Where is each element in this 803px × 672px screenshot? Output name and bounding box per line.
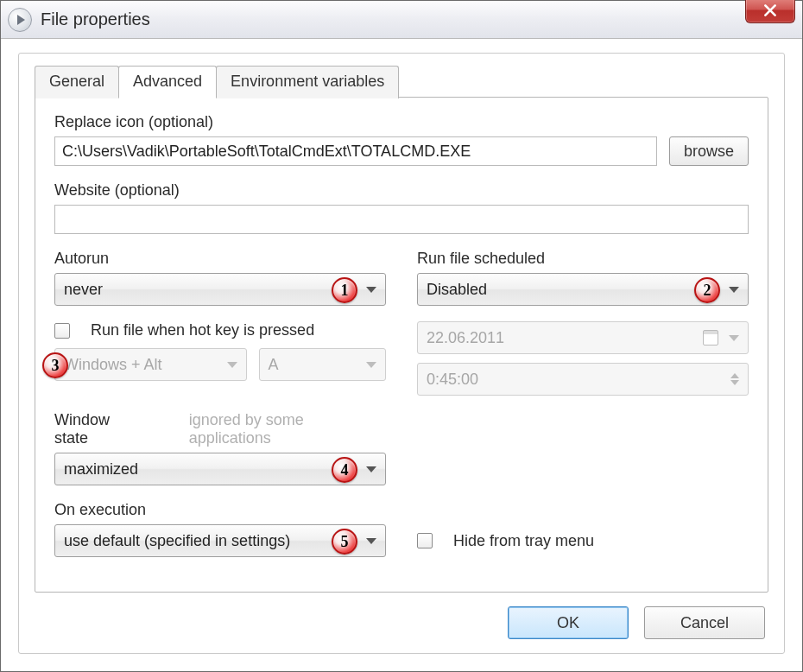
tab-environment-variables[interactable]: Environment variables: [216, 66, 399, 98]
onexecution-value: use default (specified in settings): [64, 532, 290, 550]
tab-bar: General Advanced Environment variables: [35, 66, 398, 98]
autorun-combo[interactable]: never 1: [54, 273, 386, 306]
ok-button[interactable]: OK: [508, 606, 629, 639]
badge-2: 2: [694, 277, 720, 303]
hidetray-label: Hide from tray menu: [453, 532, 594, 550]
replace-icon-input[interactable]: [54, 136, 657, 166]
website-section: Website (optional): [54, 181, 749, 234]
cancel-button[interactable]: Cancel: [644, 606, 765, 639]
scheduled-time-value: 0:45:00: [427, 371, 478, 389]
badge-3: 3: [42, 352, 68, 378]
close-icon: [762, 3, 778, 18]
tab-advanced[interactable]: Advanced: [118, 66, 217, 98]
autorun-value: never: [64, 281, 103, 299]
hidetray-col: Hide from tray menu: [417, 501, 749, 557]
onexecution-combo[interactable]: use default (specified in settings) 5: [54, 524, 386, 557]
onexecution-row: On execution use default (specified in s…: [54, 501, 749, 557]
hotkey-key-value: A: [269, 356, 279, 374]
datetime-col: 22.06.2011 0:45:00: [417, 321, 749, 396]
window-title: File properties: [41, 10, 150, 29]
replace-icon-label: Replace icon (optional): [54, 113, 749, 131]
chevron-down-icon: [729, 335, 739, 341]
tab-panel-advanced: Replace icon (optional) browse Website (…: [35, 97, 768, 593]
scheduled-date-value: 22.06.2011: [427, 329, 504, 347]
hotkey-key-combo: A: [259, 348, 386, 381]
autorun-scheduled-row: Autorun never 1 Run file scheduled Disab…: [54, 250, 749, 306]
windowstate-value: maximized: [64, 460, 138, 479]
windowstate-combo[interactable]: maximized 4: [54, 453, 386, 485]
windowstate-label: Window state: [54, 411, 146, 447]
website-input[interactable]: [54, 205, 749, 234]
windowstate-col: Window state ignored by some application…: [54, 411, 386, 485]
client-area: General Advanced Environment variables R…: [18, 53, 785, 654]
hotkey-label: Run file when hot key is pressed: [91, 321, 314, 339]
hotkey-col: Run file when hot key is pressed Windows…: [54, 321, 386, 396]
replace-icon-section: Replace icon (optional) browse: [54, 113, 749, 166]
empty-col: [417, 411, 749, 485]
scheduled-date-field: 22.06.2011: [417, 321, 749, 354]
window-frame: File properties General Advanced Environ…: [0, 0, 803, 672]
tab-general[interactable]: General: [35, 66, 119, 98]
hotkey-modifier-value: Windows + Alt: [64, 356, 162, 374]
scheduled-value: Disabled: [427, 281, 487, 299]
browse-button[interactable]: browse: [669, 136, 749, 166]
scheduled-label: Run file scheduled: [417, 250, 749, 268]
app-icon: [8, 8, 32, 32]
chevron-down-icon: [366, 287, 376, 293]
autorun-col: Autorun never 1: [54, 250, 386, 306]
autorun-label: Autorun: [54, 250, 386, 268]
scheduled-time-field: 0:45:00: [417, 363, 749, 396]
chevron-down-icon: [366, 362, 376, 368]
titlebar: File properties: [1, 1, 802, 39]
spinner-icon: [730, 373, 739, 385]
chevron-down-icon: [729, 287, 739, 293]
chevron-down-icon: [366, 466, 376, 472]
dialog-buttons: OK Cancel: [508, 606, 765, 639]
chevron-down-icon: [227, 362, 237, 368]
badge-1: 1: [332, 277, 357, 303]
website-label: Website (optional): [54, 181, 749, 200]
hidetray-checkbox[interactable]: [417, 533, 433, 548]
chevron-down-icon: [366, 538, 376, 544]
close-button[interactable]: [745, 0, 795, 23]
badge-5: 5: [332, 529, 357, 555]
scheduled-combo[interactable]: Disabled 2: [417, 273, 749, 306]
hotkey-checkbox[interactable]: [54, 323, 70, 339]
onexecution-col: On execution use default (specified in s…: [54, 501, 386, 557]
hotkey-datetime-row: Run file when hot key is pressed Windows…: [54, 321, 749, 396]
windowstate-row: Window state ignored by some application…: [54, 411, 749, 485]
hotkey-modifier-combo: Windows + Alt: [54, 348, 247, 381]
onexecution-label: On execution: [54, 501, 386, 519]
windowstate-hint: ignored by some applications: [189, 411, 386, 447]
scheduled-col: Run file scheduled Disabled 2: [417, 250, 749, 306]
calendar-icon: [703, 330, 718, 346]
badge-4: 4: [332, 457, 357, 483]
